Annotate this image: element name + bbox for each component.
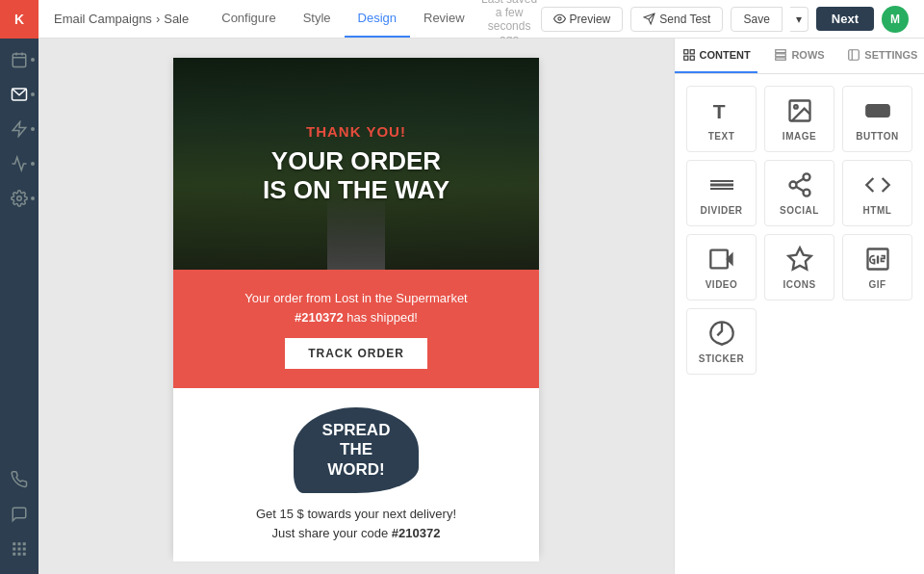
- svg-rect-10: [13, 548, 15, 551]
- sidebar-dot-email: [31, 92, 35, 96]
- email-spread: SPREAD THE WORD! Get 15 $ towards your n…: [173, 388, 539, 561]
- block-social-label: SOCIAL: [780, 205, 819, 216]
- svg-point-30: [794, 105, 798, 109]
- html-icon: [860, 170, 895, 199]
- block-icons-label: ICONS: [783, 279, 815, 290]
- sidebar: K: [0, 0, 38, 574]
- thank-you-text: THANK YOU!: [263, 123, 449, 140]
- svg-rect-22: [690, 56, 694, 60]
- block-button[interactable]: BUTTON: [842, 86, 912, 152]
- preview-button[interactable]: Preview: [541, 7, 624, 32]
- panel-content: T TEXT IMAGE BUTTON: [675, 74, 924, 386]
- svg-text:T: T: [712, 100, 725, 122]
- svg-rect-26: [849, 50, 860, 61]
- svg-rect-23: [776, 50, 786, 53]
- panel-tab-rows[interactable]: ROWS: [757, 39, 840, 73]
- email-shipping: Your order from Lost in the Supermarket …: [173, 270, 539, 388]
- breadcrumb-parent[interactable]: Email Campaigns: [54, 12, 152, 26]
- svg-rect-15: [23, 553, 26, 556]
- next-button[interactable]: Next: [816, 7, 874, 31]
- panel-tab-content[interactable]: CONTENT: [675, 39, 757, 73]
- sidebar-dot: [31, 58, 35, 62]
- breadcrumb: Email Campaigns › Sale: [54, 12, 189, 26]
- tab-review[interactable]: Review: [410, 0, 478, 38]
- svg-rect-11: [18, 548, 21, 551]
- sidebar-item-gear[interactable]: [0, 181, 38, 216]
- block-divider-label: DIVIDER: [700, 205, 742, 216]
- button-icon: [860, 96, 895, 125]
- panel-tabs: CONTENT ROWS SETTINGS: [675, 39, 924, 74]
- svg-rect-21: [683, 56, 687, 60]
- social-icon: [783, 170, 817, 199]
- block-video[interactable]: VIDEO: [686, 234, 757, 300]
- breadcrumb-separator: ›: [156, 12, 160, 26]
- sidebar-item-email[interactable]: [0, 77, 38, 112]
- block-gif-label: GIF: [868, 279, 886, 290]
- svg-rect-7: [13, 542, 15, 545]
- right-panel: CONTENT ROWS SETTINGS T TEXT: [674, 39, 924, 574]
- panel-tab-settings[interactable]: SETTINGS: [841, 39, 924, 73]
- sidebar-item-chat[interactable]: [0, 497, 38, 532]
- video-icon: [705, 245, 739, 274]
- topbar-tabs: Configure Style Design Review: [208, 0, 477, 38]
- svg-rect-41: [710, 250, 728, 269]
- svg-point-37: [789, 182, 796, 189]
- block-text[interactable]: T TEXT: [686, 86, 757, 152]
- tab-style[interactable]: Style: [290, 0, 345, 38]
- text-icon: T: [705, 96, 739, 125]
- svg-rect-0: [13, 54, 26, 67]
- svg-rect-9: [23, 542, 26, 545]
- send-test-button[interactable]: Send Test: [630, 7, 723, 32]
- sticker-icon: [705, 319, 739, 348]
- content-area: THANK YOU! YOUR ORDER IS ON THE WAY Your…: [38, 39, 924, 574]
- icons-icon: [783, 245, 817, 274]
- block-sticker[interactable]: STICKER: [686, 308, 757, 375]
- grid-icon: [682, 48, 696, 62]
- block-divider[interactable]: DIVIDER: [686, 160, 757, 226]
- block-image[interactable]: IMAGE: [764, 86, 834, 152]
- svg-rect-20: [690, 50, 694, 54]
- block-social[interactable]: SOCIAL: [764, 160, 834, 226]
- email-hero: THANK YOU! YOUR ORDER IS ON THE WAY: [173, 58, 539, 270]
- svg-rect-32: [866, 105, 888, 117]
- topbar: Email Campaigns › Sale Configure Style D…: [38, 0, 924, 39]
- hero-content: THANK YOU! YOUR ORDER IS ON THE WAY: [263, 123, 449, 205]
- svg-rect-19: [683, 50, 687, 54]
- shipping-text: Your order from Lost in the Supermarket …: [192, 289, 520, 326]
- sidebar-item-phone[interactable]: [0, 462, 38, 497]
- block-gif[interactable]: GIF: [842, 234, 912, 300]
- track-order-button[interactable]: TRACK ORDER: [285, 338, 427, 369]
- sidebar-dot-chart: [31, 162, 35, 166]
- gif-icon: [860, 245, 895, 274]
- sidebar-item-lightning[interactable]: [0, 112, 38, 146]
- avatar: M: [882, 6, 909, 33]
- svg-marker-43: [788, 248, 810, 269]
- svg-rect-14: [18, 553, 21, 556]
- spread-bubble: SPREAD THE WORD!: [294, 407, 419, 493]
- svg-rect-8: [18, 542, 21, 545]
- block-html-label: HTML: [863, 205, 892, 216]
- sidebar-item-grid[interactable]: [0, 532, 38, 566]
- svg-marker-5: [13, 122, 26, 137]
- order-title: YOUR ORDER IS ON THE WAY: [263, 147, 449, 205]
- block-icons[interactable]: ICONS: [764, 234, 834, 300]
- sidebar-item-calendar[interactable]: [0, 42, 38, 77]
- sidebar-dot-gear: [31, 196, 35, 200]
- tab-configure[interactable]: Configure: [208, 0, 289, 38]
- save-button[interactable]: Save: [731, 7, 782, 32]
- save-arrow-button[interactable]: ▾: [790, 7, 808, 32]
- main-area: Email Campaigns › Sale Configure Style D…: [38, 0, 924, 574]
- eye-icon: [553, 13, 566, 25]
- send-icon: [643, 13, 655, 25]
- sidebar-logo[interactable]: K: [0, 0, 38, 39]
- tab-design[interactable]: Design: [345, 0, 410, 38]
- svg-point-16: [557, 17, 560, 20]
- block-html[interactable]: HTML: [842, 160, 912, 226]
- divider-icon: [705, 170, 739, 199]
- sidebar-item-chart[interactable]: [0, 146, 38, 181]
- block-button-label: BUTTON: [856, 131, 898, 142]
- settings-icon-tab: [847, 48, 860, 62]
- svg-line-40: [796, 179, 804, 184]
- svg-point-38: [803, 190, 809, 196]
- svg-line-39: [796, 187, 804, 192]
